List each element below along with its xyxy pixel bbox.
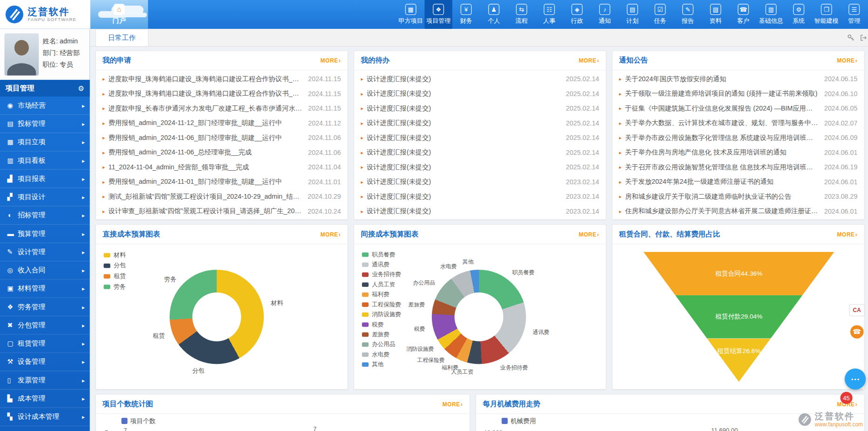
- legend-item[interactable]: 福利费: [362, 290, 401, 299]
- nav-item[interactable]: ❖ 项目管理: [424, 0, 452, 29]
- sidebar-menu-item[interactable]: ▟ 项目报表 ▸: [0, 170, 90, 188]
- more-button[interactable]: MORE›: [579, 231, 599, 237]
- more-button[interactable]: MORE›: [837, 57, 858, 63]
- list-item[interactable]: ▸ 关于2024年国庆节放假安排的通知 2024.06.15: [613, 71, 864, 86]
- sidebar-menu-item[interactable]: ✖ 分包管理 ▸: [0, 316, 90, 334]
- list-item[interactable]: ▸ 住房和城乡建设部办公厅关于同意吉林省开展二级建造师注册证书电子证书电子化试点…: [613, 204, 864, 219]
- list-item[interactable]: ▸ 设计进度汇报(未提交) 2023.02.14: [354, 189, 606, 204]
- nav-item[interactable]: ♟ 个人: [480, 0, 507, 29]
- sidebar-menu-item[interactable]: ▤ 投标管理 ▸: [0, 115, 90, 133]
- sidebar-menu-item[interactable]: ▙ 成本管理 ▸: [0, 389, 90, 408]
- legend-item[interactable]: 水电费: [362, 349, 401, 359]
- sidebar-menu-item[interactable]: ▯ 发票管理 ▸: [0, 371, 90, 389]
- legend-item[interactable]: 工程保险费: [362, 299, 401, 309]
- phone-icon[interactable]: ☎: [850, 325, 864, 339]
- nav-item[interactable]: ▦ 甲方项目: [397, 0, 424, 29]
- more-button[interactable]: MORE›: [443, 401, 463, 407]
- sidebar-menu-item[interactable]: ✎ 设计管理 ▸: [0, 243, 90, 261]
- sidebar-menu-item[interactable]: ▞ 项目设计 ▸: [0, 188, 90, 206]
- more-button[interactable]: MORE›: [837, 231, 858, 237]
- nav-item[interactable]: ☷ 人事: [535, 0, 563, 29]
- legend-item[interactable]: 消防设施费: [362, 310, 401, 320]
- list-item[interactable]: ▸ 设计进度汇报(未提交) 2025.02.14: [354, 101, 606, 116]
- list-item[interactable]: ▸ 于征集《中国建筑施工行业信息化发展报告 (2024) —BIM应用与发展》材…: [613, 101, 864, 116]
- legend-label: 差旅费: [372, 331, 389, 339]
- list-item[interactable]: ▸ 关于举办市政公用设施数字化管理信息 系统建设与应用培训班的通知 2024.0…: [613, 131, 864, 146]
- list-item[interactable]: ▸ 进度款申报_长春市伊通河水力发电厂改建工程_长春市伊通河水力发电... 20…: [96, 101, 348, 116]
- list-item[interactable]: ▸ 设计进度汇报(未提交) 2025.02.14: [354, 131, 606, 146]
- list-item[interactable]: ▸ 房和城乡建设厅关于取消二级建造师临时执业证书的公告 2023.08.29: [613, 189, 864, 204]
- list-item[interactable]: ▸ 关于举办大数据、云计算技术在城市建设、规划、管理与服务中的应用培训班... …: [613, 116, 864, 131]
- more-button[interactable]: MORE›: [579, 57, 599, 63]
- customer-service-chat-icon[interactable]: …: [845, 368, 866, 389]
- nav-item[interactable]: ¥ 财务: [452, 0, 480, 29]
- list-item[interactable]: ▸ 设计进度汇报(未提交) 2025.02.14: [354, 116, 606, 131]
- sidebar-menu-item[interactable]: ▬ 预算管理 ▸: [0, 225, 90, 243]
- list-item[interactable]: ▸ 设计审查_彭祖新城“四馆”景观工程设计项目_请选择_胡广生_2024-10-…: [96, 204, 348, 219]
- more-button[interactable]: MORE›: [321, 231, 341, 237]
- more-button[interactable]: MORE›: [321, 57, 341, 63]
- legend-item[interactable]: 租赁: [103, 271, 126, 282]
- legend-item[interactable]: 其他: [362, 360, 401, 369]
- list-item[interactable]: ▸ 关于举办住房与房地产信息化 技术及应用培训班的通知 2024.06.01: [613, 145, 864, 160]
- list-item[interactable]: ▸ 关于领取一级注册建造师培训项目的通知 (须持一建证书前来领取) 2024.0…: [613, 86, 864, 101]
- legend-item[interactable]: 差旅费: [362, 330, 401, 340]
- nav-item[interactable]: ☰ 管理: [841, 0, 868, 29]
- legend-item[interactable]: 劳务: [103, 281, 126, 292]
- list-item[interactable]: ▸ 进度款申报_珠海鹤港口建设_珠海鹤港口建设工程合作协议书_admin_...…: [96, 86, 348, 101]
- nav-item[interactable]: ▧ 资料: [702, 0, 729, 29]
- list-item[interactable]: ▸ 费用报销_admin_2024-11-06_部门经理审批_胡建__运行中 2…: [96, 131, 348, 146]
- legend-item[interactable]: 税费: [362, 320, 401, 329]
- sidebar-menu-item[interactable]: ◖ 招标管理 ▸: [0, 207, 90, 225]
- list-item[interactable]: ▸ 费用报销_admin_2024-11-12_部门经理审批_胡建__运行中 2…: [96, 116, 348, 131]
- sidebar-menu-item[interactable]: ◉ 市场经营 ▸: [0, 97, 90, 115]
- exit-fullscreen-icon[interactable]: [860, 34, 868, 42]
- nav-item[interactable]: ☑ 任务: [646, 0, 674, 29]
- sidebar-menu-item[interactable]: ▣ 材料管理 ▸: [0, 280, 90, 298]
- gear-icon[interactable]: ⚙: [78, 84, 84, 92]
- list-item[interactable]: ▸ 费用报销_admin_2024-11-01_部门经理审批_胡建__运行中 2…: [96, 174, 348, 189]
- legend-item[interactable]: 职员餐费: [362, 250, 401, 259]
- nav-item[interactable]: ▤ 计划: [619, 0, 646, 29]
- list-item[interactable]: ▸ 设计进度汇报(未提交) 2025.02.14: [354, 145, 606, 160]
- list-item[interactable]: ▸ 关于召开市政公用设施智慧化管理信息 信息技术与应用培训班的通知 2024.0…: [613, 160, 864, 175]
- nav-item[interactable]: ❒ 智能建模: [813, 0, 840, 29]
- list-item[interactable]: ▸ 测试_彭祖新城“四馆”景观工程设计项目_2024-10-29_admin_结…: [96, 189, 348, 204]
- ca-certificate-button[interactable]: CA: [849, 304, 865, 316]
- sidebar-menu-item[interactable]: ▚ 设计成本管理 ▸: [0, 408, 90, 426]
- legend-item[interactable]: 分包: [103, 260, 126, 271]
- legend-item[interactable]: 材料: [103, 250, 126, 260]
- sidebar-menu-item[interactable]: ❖ 劳务管理 ▸: [0, 298, 90, 316]
- password-key-icon[interactable]: [847, 34, 855, 42]
- sidebar-menu-item[interactable]: ☑ 质量管理 ▸: [0, 426, 90, 431]
- sidebar-menu-item[interactable]: ▥ 项目看板 ▸: [0, 152, 90, 170]
- sidebar-menu-item[interactable]: ◎ 收入合同 ▸: [0, 261, 90, 279]
- list-item[interactable]: ▸ 费用报销_admin_2024-11-06_总经理审批__完成 2024.1…: [96, 145, 348, 160]
- list-item[interactable]: ▸ 设计进度汇报(未提交) 2025.02.14: [354, 86, 606, 101]
- legend-item[interactable]: 通讯费: [362, 260, 401, 270]
- list-item[interactable]: ▸ 设计进度汇报(未提交) 2023.02.14: [354, 174, 606, 189]
- list-item[interactable]: ▸ 进度款申报_珠海鹤港口建设_珠海鹤港口建设工程合作协议书_admin_...…: [96, 71, 348, 86]
- nav-item[interactable]: ✎ 报告: [674, 0, 702, 29]
- nav-item[interactable]: ⚙ 系统: [785, 0, 813, 29]
- legend-item[interactable]: 人员工资: [362, 280, 401, 290]
- list-item[interactable]: ▸ 设计进度汇报(未提交) 2025.02.14: [354, 160, 606, 175]
- notification-badge[interactable]: 45: [841, 392, 853, 404]
- list-item[interactable]: ▸ 设计进度汇报(未提交) 2023.02.14: [354, 204, 606, 219]
- nav-item-portal[interactable]: ⌂ 门户: [90, 0, 148, 29]
- list-item[interactable]: ▸ 11_2024-11-04_admin_经营部_领导审批__完成 2024.…: [96, 160, 348, 175]
- nav-item[interactable]: ♪ 通知: [591, 0, 618, 29]
- sidebar-menu-item[interactable]: ▢ 租赁管理 ▸: [0, 334, 90, 353]
- sidebar-menu-item[interactable]: ▦ 项目立项 ▸: [0, 133, 90, 152]
- sidebar-menu-item[interactable]: ⚒ 设备管理 ▸: [0, 353, 90, 371]
- list-item[interactable]: ▸ 设计进度汇报(未提交) 2025.02.14: [354, 71, 606, 86]
- nav-item[interactable]: ☎ 客户: [730, 0, 757, 29]
- funnel-segment: 租赁合同44.36%: [643, 252, 834, 295]
- nav-item[interactable]: ◈ 行政: [563, 0, 591, 29]
- nav-item[interactable]: ⇆ 流程: [508, 0, 535, 29]
- legend-item[interactable]: 办公用品: [362, 340, 401, 349]
- legend-item[interactable]: 业务招待费: [362, 270, 401, 279]
- list-item[interactable]: ▸ 关于发放2024年第24批一级建造师注册证书的通知 2024.06.01: [613, 174, 864, 189]
- tab-daily-work[interactable]: 日常工作: [96, 29, 149, 46]
- nav-item[interactable]: ▥ 基础信息: [757, 0, 785, 29]
